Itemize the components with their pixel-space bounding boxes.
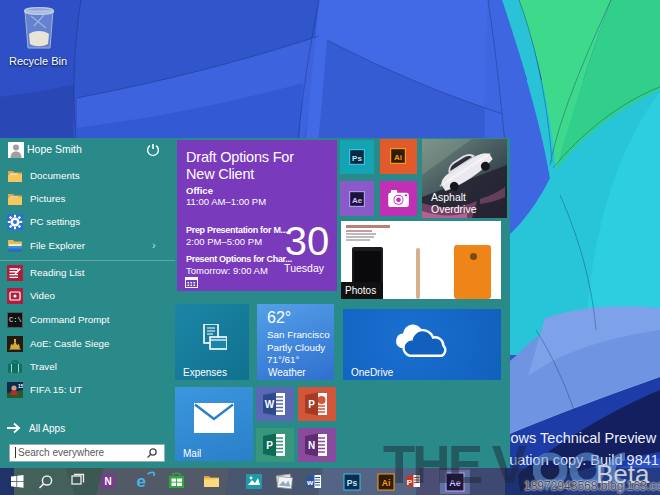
svg-text:N: N (104, 476, 111, 487)
svg-text:w: w (306, 478, 314, 487)
svg-text:W: W (265, 399, 275, 410)
svg-text:N: N (308, 440, 315, 451)
svg-text:Overdrive: Overdrive (431, 203, 477, 215)
svg-text:Ae: Ae (352, 196, 363, 205)
svg-text:C:\: C:\ (9, 316, 22, 324)
svg-text:P: P (308, 399, 315, 410)
svg-text:Ps: Ps (352, 154, 362, 163)
svg-text:e: e (137, 472, 146, 491)
svg-text:P: P (266, 440, 273, 451)
svg-text:Ps: Ps (347, 478, 358, 488)
svg-text:15: 15 (18, 383, 23, 389)
svg-text:Ai: Ai (394, 153, 402, 162)
svg-text:Asphalt: Asphalt (431, 191, 466, 203)
